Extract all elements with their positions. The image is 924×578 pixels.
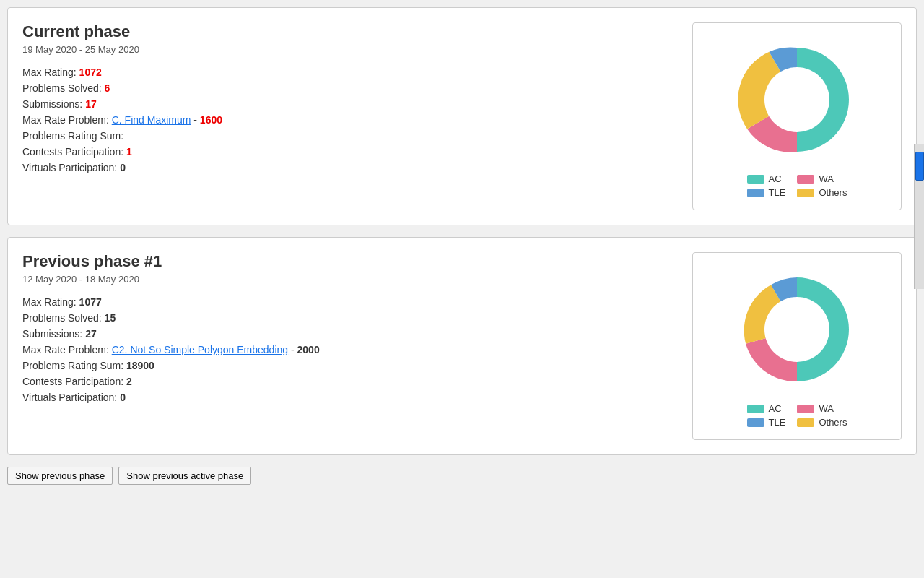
current-virtuals-participation-row: Virtuals Participation: 0 xyxy=(22,162,678,173)
current-max-rate-problem-rating: 1600 xyxy=(200,114,222,126)
current-legend-others: Others xyxy=(797,187,847,198)
current-phase-chart-container: AC WA TLE Others xyxy=(692,22,902,210)
prev1-problems-rating-sum-label: Problems Rating Sum: xyxy=(22,360,123,371)
prev1-legend-others: Others xyxy=(797,417,847,428)
prev1-legend: AC WA TLE Others xyxy=(747,403,847,428)
prev1-legend-ac-label: AC xyxy=(769,403,782,414)
prev1-legend-others-label: Others xyxy=(819,417,847,428)
current-legend-others-label: Others xyxy=(819,187,847,198)
prev1-contests-participation-row: Contests Participation: 2 xyxy=(22,376,678,387)
current-max-rate-problem-row: Max Rate Problem: C. Find Maximum - 1600 xyxy=(22,114,678,126)
prev1-legend-wa: WA xyxy=(797,403,847,414)
prev1-problems-solved-value: 15 xyxy=(105,312,116,324)
prev1-problems-solved-row: Problems Solved: 15 xyxy=(22,312,678,324)
current-legend-ac-color xyxy=(747,175,764,184)
current-max-rate-problem-link[interactable]: C. Find Maximum xyxy=(112,114,191,126)
current-legend-ac: AC xyxy=(747,173,786,184)
prev1-virtuals-participation-value: 0 xyxy=(120,392,126,403)
current-contests-participation-value: 1 xyxy=(126,146,132,158)
page-container: Current phase 19 May 2020 - 25 May 2020 … xyxy=(7,7,917,485)
previous-phase1-dates: 12 May 2020 - 18 May 2020 xyxy=(22,274,678,285)
current-legend-tle-color xyxy=(747,189,764,197)
prev1-contests-participation-value: 2 xyxy=(126,376,132,387)
prev1-donut xyxy=(732,264,862,394)
previous-phase1-card: Previous phase #1 12 May 2020 - 18 May 2… xyxy=(7,237,917,455)
current-max-rating-value: 1072 xyxy=(79,66,102,78)
prev1-max-rate-problem-link[interactable]: C2. Not So Simple Polygon Embedding xyxy=(112,344,288,355)
prev1-legend-wa-color xyxy=(797,405,814,413)
current-legend-tle-label: TLE xyxy=(769,187,786,198)
prev1-legend-tle-color xyxy=(747,418,764,427)
show-previous-phase-button[interactable]: Show previous phase xyxy=(7,467,113,485)
prev1-legend-wa-label: WA xyxy=(819,403,833,414)
prev1-submissions-row: Submissions: 27 xyxy=(22,328,678,340)
current-legend-others-color xyxy=(797,189,814,197)
prev1-max-rating-value: 1077 xyxy=(79,296,102,308)
current-legend-tle: TLE xyxy=(747,187,786,198)
scrollbar[interactable] xyxy=(914,144,924,289)
current-problems-rating-sum-label: Problems Rating Sum: xyxy=(22,130,123,142)
current-phase-donut xyxy=(732,35,862,165)
current-legend-wa: WA xyxy=(797,173,847,184)
prev1-chart-container: AC WA TLE Others xyxy=(692,252,902,440)
prev1-max-rate-problem-rating: 2000 xyxy=(297,344,320,355)
prev1-problems-rating-sum-value: 18900 xyxy=(126,360,154,371)
buttons-row: Show previous phase Show previous active… xyxy=(7,467,917,485)
prev1-legend-others-color xyxy=(797,418,814,427)
prev1-max-rating-row: Max Rating: 1077 xyxy=(22,296,678,308)
current-problems-rating-sum-row: Problems Rating Sum: xyxy=(22,130,678,142)
prev1-max-rate-separator: - xyxy=(291,344,297,355)
current-max-rate-separator: - xyxy=(193,114,200,126)
current-contests-participation-label: Contests Participation: xyxy=(22,146,123,158)
current-problems-solved-row: Problems Solved: 6 xyxy=(22,82,678,94)
prev1-legend-tle: TLE xyxy=(747,417,786,428)
current-contests-participation-row: Contests Participation: 1 xyxy=(22,146,678,158)
current-virtuals-participation-value: 0 xyxy=(120,162,126,173)
prev1-max-rate-problem-row: Max Rate Problem: C2. Not So Simple Poly… xyxy=(22,344,678,355)
current-virtuals-participation-label: Virtuals Participation: xyxy=(22,162,117,173)
current-problems-solved-label: Problems Solved: xyxy=(22,82,102,94)
current-phase-card: Current phase 19 May 2020 - 25 May 2020 … xyxy=(7,7,917,225)
current-max-rating-label: Max Rating: xyxy=(22,66,77,78)
prev1-legend-ac-color xyxy=(747,405,764,413)
current-phase-legend: AC WA TLE Others xyxy=(747,173,847,198)
prev1-submissions-value: 27 xyxy=(85,328,97,340)
prev1-problems-rating-sum-row: Problems Rating Sum: 18900 xyxy=(22,360,678,371)
current-submissions-value: 17 xyxy=(85,98,97,110)
prev1-virtuals-participation-label: Virtuals Participation: xyxy=(22,392,117,403)
prev1-virtuals-participation-row: Virtuals Participation: 0 xyxy=(22,392,678,403)
current-submissions-label: Submissions: xyxy=(22,98,82,110)
svg-point-1 xyxy=(764,297,829,362)
show-previous-active-phase-button[interactable]: Show previous active phase xyxy=(118,467,251,485)
prev1-problems-solved-label: Problems Solved: xyxy=(22,312,102,324)
svg-point-0 xyxy=(764,67,829,132)
prev1-legend-ac: AC xyxy=(747,403,786,414)
prev1-submissions-label: Submissions: xyxy=(22,328,82,340)
current-problems-solved-value: 6 xyxy=(105,82,110,94)
scrollbar-thumb[interactable] xyxy=(915,152,924,181)
current-submissions-row: Submissions: 17 xyxy=(22,98,678,110)
current-phase-title: Current phase xyxy=(22,22,678,41)
current-legend-ac-label: AC xyxy=(769,173,782,184)
prev1-max-rate-problem-label: Max Rate Problem: xyxy=(22,344,109,355)
current-phase-dates: 19 May 2020 - 25 May 2020 xyxy=(22,44,678,55)
current-phase-info: Current phase 19 May 2020 - 25 May 2020 … xyxy=(22,22,692,178)
current-max-rate-problem-label: Max Rate Problem: xyxy=(22,114,109,126)
prev1-legend-tle-label: TLE xyxy=(769,417,786,428)
previous-phase1-title: Previous phase #1 xyxy=(22,252,678,271)
prev1-contests-participation-label: Contests Participation: xyxy=(22,376,123,387)
prev1-max-rating-label: Max Rating: xyxy=(22,296,77,308)
current-legend-wa-label: WA xyxy=(819,173,833,184)
previous-phase1-info: Previous phase #1 12 May 2020 - 18 May 2… xyxy=(22,252,692,407)
current-legend-wa-color xyxy=(797,175,814,184)
current-max-rating-row: Max Rating: 1072 xyxy=(22,66,678,78)
